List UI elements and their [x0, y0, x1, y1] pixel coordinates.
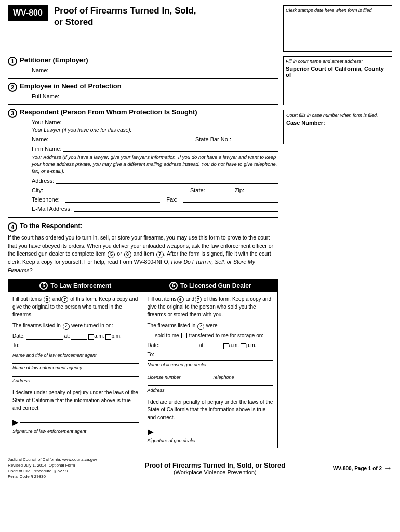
box5-arrow: ▶: [12, 417, 18, 428]
case-number-small-label: Court fills in case number when form is …: [286, 113, 389, 118]
box5-body2: The firearms listed in 7 were turned in …: [12, 322, 139, 330]
box6-dealer-label: Name of licensed gun dealer: [148, 362, 274, 369]
box6-pm-label: p.m.: [246, 341, 256, 349]
court-address-label: Fill in court name and street address:: [286, 59, 390, 64]
s3-telephone-field[interactable]: [65, 195, 160, 203]
box-gun-dealer: 6 To Licensed Gun Dealer Fill out items6…: [143, 279, 278, 448]
box6-date-label: Date:: [148, 341, 160, 349]
s3-state-field[interactable]: [210, 186, 229, 193]
s3-fax-field[interactable]: [183, 195, 278, 203]
section-4-number: 4: [8, 222, 17, 232]
box6-time-field[interactable]: [206, 342, 222, 349]
section-4-title: To the Respondent:: [20, 222, 83, 230]
s3-lawyer-name-label: Name:: [32, 136, 48, 142]
box6-transferred-label: transferred to me for storage on:: [189, 331, 263, 339]
case-number-box: Court fills in case number when form is …: [283, 110, 392, 144]
s3-address-italic: Your Address (If you have a lawyer, give…: [32, 154, 278, 175]
s3-lawyer-label: Your Lawyer (if you have one for this ca…: [32, 127, 278, 133]
s3-fax-label: Fax:: [166, 196, 177, 203]
s3-telephone-label: Telephone:: [32, 196, 60, 203]
box5-agent-line: [12, 351, 139, 351]
box6-body2: The firearms listed in 7 were: [148, 322, 274, 330]
s2-name-label: Full Name:: [32, 93, 59, 99]
box5-sig-line: [20, 422, 139, 423]
box6-telephone-line: [212, 373, 273, 373]
box6-sig-label: Signature of gun dealer: [148, 437, 274, 445]
box-law-enforcement: 5 To Law Enforcement Fill out items 5 an…: [8, 279, 143, 448]
footer-center: Proof of Firearms Turned In, Sold, or St…: [145, 461, 286, 475]
s2-name-field[interactable]: [61, 92, 122, 99]
footer-left: Judicial Council of California, www.cour…: [8, 457, 97, 480]
box5-at-label: at:: [64, 332, 70, 340]
box5-pm-checkbox[interactable]: [105, 334, 111, 340]
s3-firm-field[interactable]: [63, 144, 278, 152]
box5-to-field[interactable]: [21, 342, 138, 349]
box5-am-checkbox[interactable]: [88, 334, 94, 340]
box5-title: To Law Enforcement: [50, 282, 111, 289]
page-footer: Judicial Council of California, www.cour…: [8, 454, 392, 480]
s3-city-field[interactable]: [48, 186, 184, 193]
box6-sold-checkbox[interactable]: [148, 332, 153, 338]
box6-sold-label: sold to me: [155, 331, 179, 339]
court-address-box: Fill in court name and street address: S…: [283, 56, 392, 105]
section-3-title: Respondent (Person From Whom Protection …: [20, 108, 278, 116]
box6-transferred-checkbox[interactable]: [181, 332, 187, 338]
box6-to-field[interactable]: [156, 352, 273, 358]
box6-sig-line: [155, 432, 274, 432]
clerk-stamp-box: Clerk stamps date here when form is file…: [283, 5, 392, 52]
form-title: Proof of Firearms Turned In, Sold, or St…: [54, 5, 196, 28]
s3-your-name-field[interactable]: [64, 118, 278, 125]
court-address-content: Superior Court of California, County of: [286, 65, 390, 78]
s3-address-field[interactable]: [56, 177, 278, 184]
box6-am-checkbox[interactable]: [223, 343, 229, 349]
box6-date-field[interactable]: [161, 342, 197, 349]
box5-declare: I declare under penalty of perjury under…: [12, 389, 139, 412]
box6-license-label: License number: [148, 374, 208, 381]
s1-name-label: Name:: [32, 67, 48, 73]
box5-number: 5: [39, 282, 48, 290]
box5-date-field[interactable]: [26, 333, 63, 340]
section-2-title: Employee in Need of Protection: [20, 82, 122, 90]
box6-license-line: [148, 373, 208, 373]
s1-name-field[interactable]: [50, 66, 88, 73]
box6-arrow: ▶: [148, 427, 153, 437]
section-2-number: 2: [8, 83, 17, 92]
box5-address-label: Address: [12, 378, 139, 385]
box5-sig-label: Signature of law enforcement agent: [12, 428, 139, 435]
box6-header: 6 To Licensed Gun Dealer: [143, 280, 278, 292]
box5-body1: Fill out items 5 and7 of this form. Keep…: [12, 295, 139, 319]
s3-email-label: E-Mail Address:: [32, 206, 72, 212]
form-number-box: WV-800: [8, 5, 48, 21]
s3-zip-field[interactable]: [249, 186, 278, 193]
box5-header: 5 To Law Enforcement: [8, 280, 143, 292]
box6-number: 6: [169, 282, 178, 290]
section-4-body: If the court has ordered you to turn in,…: [8, 234, 278, 275]
box6-am-label: a.m.: [229, 341, 239, 349]
s3-zip-label: Zip:: [235, 187, 244, 193]
s3-statebar-label: State Bar No.:: [195, 136, 231, 142]
s3-lawyer-name-field[interactable]: [54, 135, 189, 142]
box6-address-label: Address: [148, 387, 274, 394]
footer-right: WV-800, Page 1 of 2 →: [333, 463, 392, 473]
s3-state-label: State:: [190, 187, 205, 193]
box6-declare: I declare under penalty of perjury under…: [148, 398, 274, 421]
section-1-number: 1: [8, 57, 17, 66]
s3-statebar-field[interactable]: [236, 135, 278, 142]
s3-email-field[interactable]: [74, 205, 278, 212]
box6-body1: Fill out items6 and7 of this form. Keep …: [148, 295, 274, 319]
box6-to-label: To:: [148, 351, 154, 358]
box6-pm-checkbox[interactable]: [241, 343, 246, 349]
section-3-number: 3: [8, 109, 17, 118]
box5-agency-line: [12, 363, 139, 364]
s3-address-label: Address:: [32, 178, 54, 184]
case-number-label: Case Number:: [286, 119, 389, 126]
s3-your-name-label: Your Name:: [32, 119, 62, 125]
section-1-title: Petitioner (Employer): [20, 56, 88, 64]
box5-am-label: a.m.: [94, 332, 104, 340]
box6-dealer-line: [148, 360, 274, 361]
box6-at-label: at:: [199, 341, 205, 349]
box5-time-field[interactable]: [71, 333, 87, 340]
box5-pm-label: p.m.: [111, 332, 121, 340]
box6-title: To Licensed Gun Dealer: [180, 282, 251, 289]
s3-firm-label: Firm Name:: [32, 145, 61, 152]
